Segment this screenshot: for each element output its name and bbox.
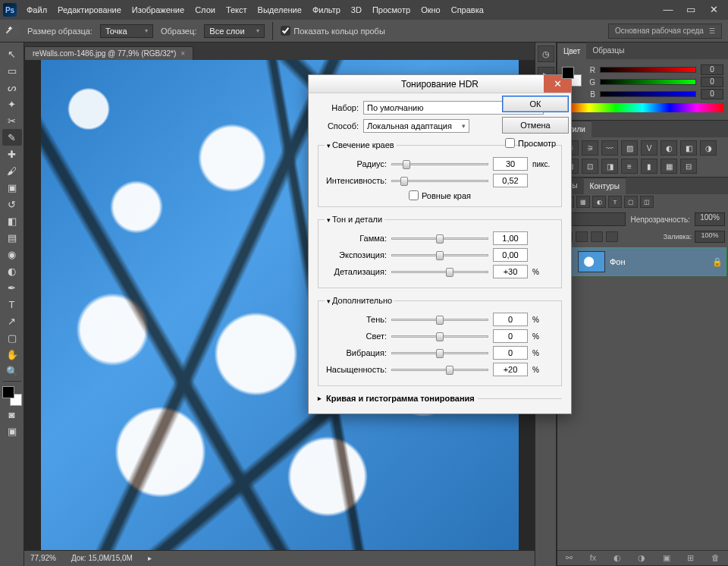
lock-position-icon[interactable] — [591, 231, 603, 242]
highlight-value[interactable]: 0 — [493, 329, 528, 343]
eyedropper-tool-icon[interactable] — [6, 24, 20, 38]
sample-size-dropdown[interactable]: Точка — [100, 24, 153, 38]
hue-icon[interactable]: ◐ — [661, 140, 677, 156]
move-tool[interactable]: ↖ — [2, 46, 22, 62]
cancel-button[interactable]: Отмена — [502, 117, 569, 134]
threshold-icon[interactable]: ▮ — [641, 159, 657, 174]
eraser-tool[interactable]: ◧ — [2, 212, 22, 229]
strength-value[interactable]: 0,52 — [493, 174, 528, 187]
new-layer-icon[interactable]: ⊞ — [687, 553, 694, 563]
hand-tool[interactable]: ✋ — [2, 346, 22, 363]
tab-paths[interactable]: Контуры — [584, 178, 626, 194]
invert-icon[interactable]: ◨ — [601, 159, 618, 174]
brush-tool[interactable]: 🖌 — [2, 162, 22, 179]
close-icon[interactable]: ✕ — [705, 5, 722, 15]
status-flyout-icon[interactable]: ▸ — [148, 554, 152, 562]
maximize-icon[interactable]: ▭ — [682, 5, 699, 15]
radius-slider[interactable] — [391, 163, 488, 165]
menu-help[interactable]: Справка — [446, 0, 489, 20]
opacity-value[interactable]: 100% — [695, 212, 725, 226]
menu-edit[interactable]: Редактирование — [52, 0, 127, 20]
tab-color[interactable]: Цвет — [557, 42, 586, 59]
smooth-edges-checkbox[interactable]: Ровные края — [325, 190, 555, 200]
menu-view[interactable]: Просмотр — [367, 0, 416, 20]
menu-select[interactable]: Выделение — [253, 0, 307, 20]
heal-tool[interactable]: ✚ — [2, 146, 22, 162]
exposure-icon[interactable]: ▨ — [621, 140, 638, 156]
bw-icon[interactable]: ◧ — [680, 140, 697, 156]
detail-slider[interactable] — [391, 271, 488, 273]
menu-layers[interactable]: Слои — [190, 0, 221, 20]
ok-button[interactable]: ОК — [502, 96, 569, 112]
history-brush-tool[interactable]: ↺ — [2, 196, 22, 212]
color-swatches[interactable] — [2, 386, 22, 406]
layer-filter-smart[interactable]: ◫ — [640, 196, 654, 208]
tone-collapse-icon[interactable]: ▾ — [327, 216, 331, 224]
stamp-tool[interactable]: ▣ — [2, 179, 22, 196]
lock-pixels-icon[interactable] — [576, 231, 588, 242]
curve-collapse-icon[interactable]: ▸ — [318, 395, 322, 402]
strength-slider[interactable] — [391, 180, 488, 182]
selcolor-icon[interactable]: ⊟ — [680, 159, 697, 174]
dodge-tool[interactable]: ◐ — [2, 263, 22, 279]
menu-filter[interactable]: Фильтр — [307, 0, 346, 20]
new-adjustment-icon[interactable]: ◑ — [638, 553, 645, 563]
method-select[interactable]: Локальная адаптация — [363, 119, 469, 133]
highlight-slider[interactable] — [391, 335, 488, 338]
gamma-value[interactable]: 1,00 — [493, 231, 528, 245]
layer-item-background[interactable]: 👁 Фон 🔒 — [559, 247, 726, 276]
eyedropper-tool[interactable]: ✎ — [2, 129, 22, 146]
layer-fx-icon[interactable]: fx — [590, 553, 597, 563]
vibrance-value[interactable]: 0 — [493, 346, 528, 360]
b-value[interactable]: 0 — [701, 89, 723, 99]
b-slider[interactable] — [600, 91, 696, 97]
sample-layers-dropdown[interactable]: Все слои — [204, 24, 265, 38]
pen-tool[interactable]: ✒ — [2, 279, 22, 296]
layer-filter-shape[interactable]: ▢ — [624, 196, 638, 208]
edge-collapse-icon[interactable]: ▾ — [327, 142, 331, 149]
blur-tool[interactable]: ◉ — [2, 246, 22, 263]
delete-layer-icon[interactable]: 🗑 — [711, 553, 720, 563]
saturation-value[interactable]: +20 — [493, 363, 528, 376]
menu-file[interactable]: Файл — [21, 0, 52, 20]
dialog-title-bar[interactable]: Тонирование HDR ✕ — [309, 75, 571, 93]
saturation-slider[interactable] — [391, 369, 488, 371]
hue-strip[interactable] — [562, 103, 723, 112]
path-select-tool[interactable]: ↗ — [2, 313, 22, 329]
menu-window[interactable]: Окно — [416, 0, 446, 20]
levels-icon[interactable]: ⚞ — [582, 140, 598, 156]
posterize-icon[interactable]: ≡ — [621, 159, 638, 174]
text-tool[interactable]: T — [2, 296, 22, 313]
vibrance-icon[interactable]: V — [641, 140, 657, 156]
document-tab[interactable]: reWalls.com-1486.jpg @ 77,9% (RGB/32*) × — [24, 46, 193, 60]
preview-checkbox[interactable]: Просмотр — [505, 138, 556, 148]
gradmap-icon[interactable]: ▦ — [661, 159, 677, 174]
link-layers-icon[interactable]: ⚯ — [566, 553, 573, 563]
crop-tool[interactable]: ✂ — [2, 112, 22, 129]
gradient-tool[interactable]: ▤ — [2, 229, 22, 246]
foreground-swatch[interactable] — [2, 386, 14, 398]
layer-filter-adj[interactable]: ◐ — [592, 196, 606, 208]
exposure-slider[interactable] — [391, 254, 488, 256]
g-slider[interactable] — [600, 79, 696, 85]
curves-icon[interactable]: 〰 — [601, 140, 618, 156]
lasso-tool[interactable]: ᔕ — [2, 79, 22, 96]
lock-all-icon[interactable] — [606, 231, 618, 242]
fill-value[interactable]: 100% — [695, 231, 725, 243]
quickmask-toggle[interactable]: ◙ — [2, 406, 22, 423]
tab-swatches[interactable]: Образцы — [586, 42, 630, 59]
zoom-level[interactable]: 77,92% — [30, 554, 56, 562]
vibrance-slider[interactable] — [391, 352, 488, 354]
shadow-slider[interactable] — [391, 319, 488, 321]
layer-filter-text[interactable]: T — [608, 196, 622, 208]
show-ring-checkbox[interactable]: Показать кольцо пробы — [281, 26, 385, 36]
menu-3d[interactable]: 3D — [346, 0, 367, 20]
lookup-icon[interactable]: ⊡ — [582, 159, 598, 174]
adv-collapse-icon[interactable]: ▾ — [327, 297, 331, 305]
history-panel-icon[interactable]: ◷ — [538, 46, 554, 62]
screenmode-toggle[interactable]: ▣ — [2, 423, 22, 439]
layer-mask-icon[interactable]: ◐ — [613, 553, 621, 563]
wand-tool[interactable]: ✦ — [2, 96, 22, 112]
r-value[interactable]: 0 — [701, 64, 723, 75]
zoom-tool[interactable]: 🔍 — [2, 363, 22, 379]
